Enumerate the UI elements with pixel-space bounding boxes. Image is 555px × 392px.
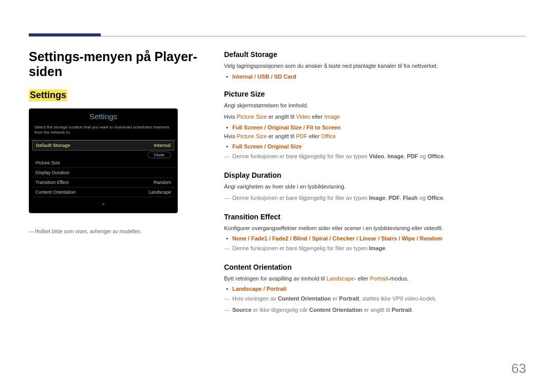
osd-row-picture-size: Picture Size xyxy=(32,158,174,168)
page-title: Settings-menyen på Player-siden xyxy=(29,49,214,79)
text: Velg lagringsposisjonen som du ønsker å … xyxy=(224,62,526,70)
heading-transition-effect: Transition Effect xyxy=(224,213,526,221)
heading-default-storage: Default Storage xyxy=(224,50,526,59)
divider xyxy=(29,36,526,36)
heading-display-duration: Display Duration xyxy=(224,171,526,179)
osd-row-value: Landscape xyxy=(149,190,171,195)
option-list: Landscape / Portrait xyxy=(232,286,526,292)
option-list: None / Fade1 / Fade2 / Blind / Spiral / … xyxy=(232,235,526,241)
osd-row-transition-effect: Transition Effect Random xyxy=(32,178,174,188)
note: Source er ikke tilgjengelig når Content … xyxy=(224,306,526,314)
note: Denne funksjonen er bare tilgjengelig fo… xyxy=(224,152,526,161)
osd-row-value: Internal xyxy=(154,143,171,148)
note: Denne funksjonen er bare tilgjengelig fo… xyxy=(224,194,526,202)
osd-row-label: Display Duration xyxy=(35,170,69,175)
text: Angi skjermstørrelsen for innhold. xyxy=(224,101,526,110)
heading-content-orientation: Content Orientation xyxy=(224,263,526,271)
footnote-text: Hvilket bilde som vises, avhenger av mod… xyxy=(35,229,142,234)
osd-row-label: Default Storage xyxy=(36,143,70,148)
osd-row-content-orientation: Content Orientation Landscape xyxy=(32,188,174,197)
osd-preview: Settings Select the storage location tha… xyxy=(29,108,178,213)
text: Hvis Picture Size er angitt til PDF elle… xyxy=(224,132,526,141)
text: Hvis Picture Size er angitt til Video el… xyxy=(224,113,526,121)
note: Hvis visningen av Content Orientation er… xyxy=(224,294,526,303)
osd-row-default-storage: Default Storage Internal xyxy=(32,140,174,151)
right-column: Default Storage Velg lagringsposisjonen … xyxy=(224,49,526,316)
heading-picture-size: Picture Size xyxy=(224,90,526,98)
osd-close-button: Close xyxy=(147,152,171,158)
chevron-down-icon: ⌄ xyxy=(29,197,177,207)
option-list: Internal / USB / SD Card xyxy=(232,73,526,80)
osd-title: Settings xyxy=(29,109,177,123)
left-column: Settings-menyen på Player-siden Settings… xyxy=(29,49,224,316)
osd-row-label: Content Orientation xyxy=(35,190,76,195)
text: Konfigurer overgangseffekter mellom side… xyxy=(224,224,526,233)
osd-row-label: Transition Effect xyxy=(35,180,69,185)
text: Angi varigheten av hver side i en lysbil… xyxy=(224,182,526,191)
content: Settings-menyen på Player-siden Settings… xyxy=(29,49,526,316)
highlight-settings: Settings xyxy=(29,89,67,101)
osd-row-display-duration: Display Duration xyxy=(32,168,174,178)
osd-row-value: Random xyxy=(154,180,171,185)
option-list: Full Screen / Original Size / Fit to Scr… xyxy=(232,124,526,130)
osd-row-label: Picture Size xyxy=(35,160,60,165)
note: Denne funksjonen er bare tilgjengelig fo… xyxy=(224,244,526,253)
page-number: 63 xyxy=(511,361,526,377)
osd-description: Select the storage location that you wan… xyxy=(29,123,177,140)
divider-accent xyxy=(29,33,101,36)
option-list: Full Screen / Original Size xyxy=(232,143,526,150)
osd-rows: Default Storage Internal Close Picture S… xyxy=(29,140,177,197)
footnote: ―Hvilket bilde som vises, avhenger av mo… xyxy=(29,229,214,234)
text: Bytt retningen for avspilling av innhold… xyxy=(224,274,526,283)
